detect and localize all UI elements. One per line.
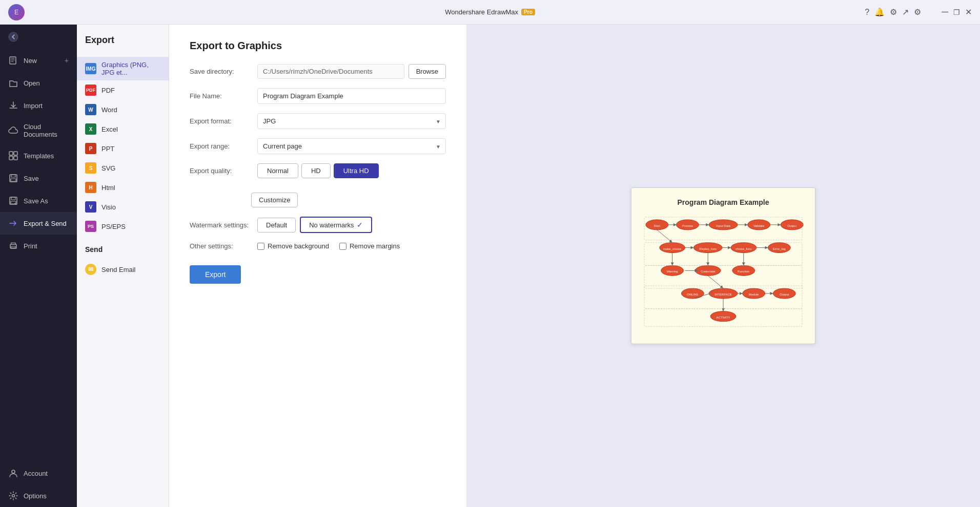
svg-text:Output: Output bbox=[780, 293, 789, 296]
export-item-pdf[interactable]: PDF PDF bbox=[77, 80, 169, 100]
export-range-label: Export range: bbox=[190, 142, 251, 150]
export-item-visio[interactable]: V Visio bbox=[77, 197, 169, 217]
preview-title: Program Diagram Example bbox=[642, 198, 805, 206]
export-item-ppt-label: PPT bbox=[101, 145, 114, 153]
save-directory-control: Browse bbox=[257, 64, 446, 79]
file-name-row: File Name: bbox=[190, 88, 446, 104]
export-format-control: JPG PNG BMP SVG TIFF bbox=[257, 113, 446, 129]
minimize-button[interactable]: ─ bbox=[942, 7, 948, 17]
visio-icon: V bbox=[85, 201, 96, 213]
sidebar-label-save: Save bbox=[24, 175, 39, 182]
watermark-no-button[interactable]: No watermarks ✓ bbox=[300, 217, 372, 233]
watermark-default-button[interactable]: Default bbox=[257, 218, 296, 233]
send-section: ✉ Send Email bbox=[77, 257, 169, 282]
close-button[interactable]: ✕ bbox=[965, 7, 972, 17]
svg-rect-5 bbox=[14, 156, 17, 160]
export-button[interactable]: Export bbox=[190, 265, 241, 284]
sidebar-item-templates[interactable]: Templates bbox=[0, 144, 77, 167]
sidebar-label-saveas: Save As bbox=[24, 197, 48, 205]
export-format-select[interactable]: JPG PNG BMP SVG TIFF bbox=[257, 113, 446, 129]
help-icon[interactable]: ? bbox=[865, 8, 869, 17]
sidebar-label-open: Open bbox=[24, 79, 40, 87]
app-icon: E bbox=[8, 4, 25, 20]
notification-icon[interactable]: 🔔 bbox=[874, 7, 885, 17]
main-layout: New + Open Import bbox=[0, 25, 980, 507]
remove-margins-label[interactable]: Remove margins bbox=[339, 242, 400, 250]
svg-rect-8 bbox=[11, 179, 16, 181]
export-item-word[interactable]: W Word bbox=[77, 100, 169, 119]
svg-icon: S bbox=[85, 162, 96, 174]
export-range-select[interactable]: Current page All pages Selected objects bbox=[257, 138, 446, 154]
open-icon bbox=[8, 78, 18, 88]
share-icon[interactable]: ↗ bbox=[902, 7, 909, 17]
save-icon bbox=[8, 173, 18, 183]
sidebar-item-new[interactable]: New + bbox=[0, 49, 77, 72]
svg-rect-13 bbox=[11, 246, 15, 248]
svg-text:Function: Function bbox=[738, 270, 749, 273]
config-icon[interactable]: ⚙ bbox=[914, 7, 921, 17]
quality-ultrahd-button[interactable]: Ultra HD bbox=[334, 163, 379, 178]
svg-line-54 bbox=[657, 230, 672, 243]
sidebar-item-cloud[interactable]: Cloud Documents bbox=[0, 117, 77, 144]
export-range-row: Export range: Current page All pages Sel… bbox=[190, 138, 446, 154]
file-name-label: File Name: bbox=[190, 92, 251, 100]
remove-background-checkbox[interactable] bbox=[257, 243, 264, 250]
svg-line-62 bbox=[708, 276, 723, 288]
sidebar-item-back[interactable] bbox=[0, 25, 77, 49]
quality-hd-button[interactable]: HD bbox=[301, 163, 331, 178]
remove-margins-checkbox[interactable] bbox=[339, 243, 346, 250]
settings-icon[interactable]: ⚙ bbox=[890, 7, 897, 17]
sidebar-label-cloud: Cloud Documents bbox=[24, 123, 69, 138]
export-item-pseps[interactable]: PS PS/EPS bbox=[77, 217, 169, 236]
png-icon: IMG bbox=[85, 63, 96, 74]
sidebar-item-saveas[interactable]: Save As bbox=[0, 189, 77, 212]
save-directory-input[interactable] bbox=[257, 64, 404, 79]
export-quality-row: Export quality: Normal HD Ultra HD Custo… bbox=[190, 163, 446, 207]
save-directory-label: Save directory: bbox=[190, 68, 251, 75]
cloud-icon bbox=[8, 125, 18, 136]
export-item-email[interactable]: ✉ Send Email bbox=[77, 260, 169, 279]
restore-button[interactable]: ❐ bbox=[953, 8, 960, 16]
ppt-icon: P bbox=[85, 143, 96, 154]
preview-area: Program Diagram Example Start Process bbox=[466, 25, 980, 507]
export-item-svg[interactable]: S SVG bbox=[77, 158, 169, 178]
sidebar-item-open[interactable]: Open bbox=[0, 72, 77, 94]
svg-text:Module: Module bbox=[749, 293, 759, 296]
titlebar: E Wondershare EdrawMax Pro ? 🔔 ⚙ ↗ ⚙ ─ ❐… bbox=[0, 0, 980, 25]
svg-text:ACTIVITY: ACTIVITY bbox=[717, 316, 730, 319]
browse-button[interactable]: Browse bbox=[409, 64, 446, 79]
sidebar-item-options[interactable]: Options bbox=[0, 484, 77, 507]
preview-box: Program Diagram Example Start Process bbox=[631, 187, 815, 344]
sidebar-bottom: Account Options bbox=[0, 462, 77, 507]
export-item-ppt[interactable]: P PPT bbox=[77, 139, 169, 158]
options-icon bbox=[8, 491, 18, 501]
export-item-visio-label: Visio bbox=[101, 203, 116, 211]
file-name-control bbox=[257, 88, 446, 104]
export-item-html-label: Html bbox=[101, 184, 115, 192]
svg-text:Error_log: Error_log bbox=[773, 247, 785, 250]
send-section-title: Send bbox=[77, 239, 169, 257]
sidebar-label-export: Export & Send bbox=[24, 220, 67, 227]
sidebar-label-print: Print bbox=[24, 242, 37, 250]
file-name-input[interactable] bbox=[257, 88, 446, 104]
export-format-label: Export format: bbox=[190, 117, 251, 125]
sidebar-label-import: Import bbox=[24, 102, 43, 110]
pro-badge: Pro bbox=[521, 9, 535, 15]
app-name: Wondershare EdrawMax bbox=[445, 8, 518, 16]
export-item-graphics[interactable]: IMG Graphics (PNG, JPG et... bbox=[77, 57, 169, 80]
sidebar-item-save[interactable]: Save bbox=[0, 167, 77, 189]
export-sidebar: Export IMG Graphics (PNG, JPG et... PDF … bbox=[77, 25, 169, 507]
export-item-html[interactable]: H Html bbox=[77, 178, 169, 197]
sidebar-item-export[interactable]: Export & Send bbox=[0, 212, 77, 235]
sidebar-item-print[interactable]: Print bbox=[0, 235, 77, 257]
svg-rect-1 bbox=[10, 57, 16, 64]
export-item-excel[interactable]: X Excel bbox=[77, 119, 169, 139]
sidebar-item-import[interactable]: Import bbox=[0, 94, 77, 117]
export-sidebar-title: Export bbox=[77, 30, 169, 54]
customize-button[interactable]: Customize bbox=[251, 193, 298, 207]
pdf-icon: PDF bbox=[85, 84, 96, 96]
remove-background-label[interactable]: Remove background bbox=[257, 242, 329, 250]
svg-text:Warning: Warning bbox=[667, 270, 678, 273]
quality-normal-button[interactable]: Normal bbox=[257, 163, 298, 178]
sidebar-item-account[interactable]: Account bbox=[0, 462, 77, 484]
